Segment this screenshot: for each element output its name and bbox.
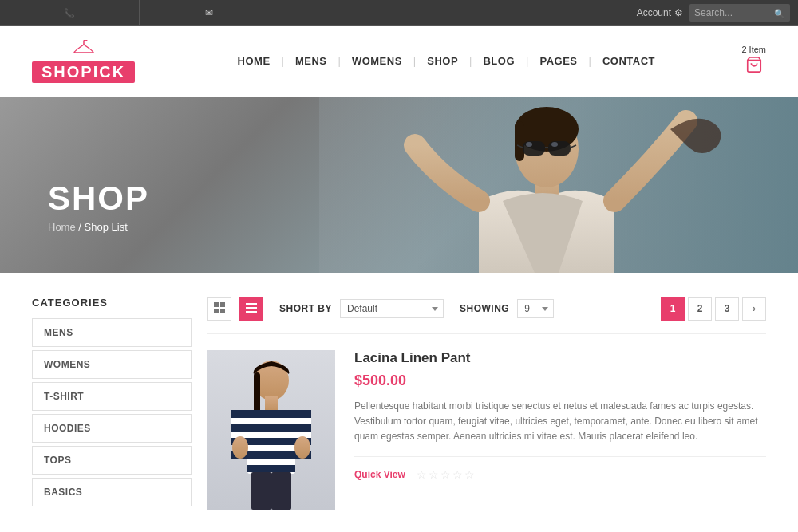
sidebar: CATEGORIES MENS WOMENS T-SHIRT HOODIES T… (32, 297, 192, 526)
product-price: $500.00 (354, 372, 766, 389)
hero-title: SHOP (48, 179, 149, 218)
search-input[interactable] (694, 7, 774, 18)
sort-select[interactable]: Default Price: Low to High Price: High t… (340, 299, 444, 318)
star-4: ☆ (452, 468, 463, 481)
hero-content: SHOP Home / Shop List (48, 179, 149, 233)
shop-content: CATEGORIES MENS WOMENS T-SHIRT HOODIES T… (0, 273, 798, 532)
page-2-button[interactable]: 2 (688, 297, 712, 321)
svg-rect-18 (246, 307, 257, 309)
header: SHOPICK HOME | MENS | WOMENS | SHOP | BL… (0, 26, 798, 97)
sidebar-title: CATEGORIES (32, 297, 192, 309)
hero-banner: SHOP Home / Shop List (0, 97, 798, 273)
svg-rect-31 (231, 410, 249, 418)
main-content: SHORT BY Default Price: Low to High Pric… (207, 297, 766, 526)
nav-contact[interactable]: CONTACT (591, 55, 666, 67)
svg-rect-29 (247, 465, 295, 472)
svg-rect-25 (247, 410, 295, 418)
sidebar-item-tshirt[interactable]: T-SHIRT (32, 382, 192, 411)
product-name: Lacina Linen Pant (354, 350, 766, 366)
nav-home[interactable]: HOME (227, 55, 282, 67)
star-1: ☆ (417, 468, 427, 481)
svg-rect-16 (220, 309, 225, 313)
svg-rect-17 (246, 303, 257, 305)
showing-select[interactable]: 9 18 27 36 (517, 299, 554, 318)
nav-blog[interactable]: BLOG (472, 55, 526, 67)
cart-icon[interactable] (745, 56, 763, 78)
list-view-button[interactable] (239, 297, 263, 321)
top-bar-right: Account (279, 4, 798, 22)
sidebar-item-tops[interactable]: TOPS (32, 446, 192, 475)
cart-count: 2 Item (741, 45, 766, 54)
svg-rect-42 (251, 472, 271, 510)
gear-icon[interactable] (674, 7, 683, 18)
page-3-button[interactable]: 3 (715, 297, 739, 321)
breadcrumb-sep: / (78, 221, 81, 233)
star-5: ☆ (464, 468, 475, 481)
svg-rect-43 (271, 472, 291, 510)
sidebar-item-basics[interactable]: BASICS (32, 478, 192, 506)
hero-breadcrumb: Home / Shop List (48, 221, 149, 233)
main-nav: HOME | MENS | WOMENS | SHOP | BLOG | PAG… (167, 55, 725, 67)
top-bar-left (0, 0, 279, 26)
breadcrumb-home[interactable]: Home (48, 221, 76, 233)
phone-icon (64, 6, 75, 18)
search-bar[interactable] (689, 4, 790, 22)
account-area[interactable]: Account (637, 7, 683, 18)
product-list: Lacina Linen Pant $500.00 Pellentesque h… (207, 333, 766, 526)
filter-bar: SHORT BY Default Price: Low to High Pric… (207, 297, 766, 321)
svg-rect-27 (247, 438, 295, 445)
grid-view-button[interactable] (207, 297, 231, 321)
sidebar-item-womens[interactable]: WOMENS (32, 350, 192, 379)
account-label: Account (637, 7, 671, 18)
svg-point-12 (551, 142, 558, 147)
logo[interactable]: SHOPICK (32, 40, 135, 83)
star-2: ☆ (429, 468, 439, 481)
breadcrumb-current: Shop List (85, 221, 128, 233)
cart-area[interactable]: 2 Item (741, 45, 766, 78)
product-info: Lacina Linen Pant $500.00 Pellentesque h… (354, 350, 766, 510)
quick-view-button[interactable]: Quick View (354, 469, 405, 480)
svg-rect-15 (214, 309, 219, 313)
sort-label: SHORT BY (279, 303, 332, 314)
logo-hanger-icon (73, 40, 95, 61)
svg-rect-26 (247, 424, 295, 432)
nav-shop[interactable]: SHOP (416, 55, 469, 67)
product-item: Lacina Linen Pant $500.00 Pellentesque h… (207, 333, 766, 526)
product-image (207, 350, 335, 510)
list-icon (246, 302, 257, 316)
svg-rect-14 (220, 302, 225, 307)
email-icon (205, 6, 213, 18)
svg-rect-6 (523, 141, 545, 156)
svg-rect-32 (231, 424, 249, 432)
star-3: ☆ (440, 468, 451, 481)
top-bar-phone (0, 0, 140, 26)
hero-figure (319, 97, 798, 273)
top-bar: Account (0, 0, 798, 26)
svg-rect-36 (294, 410, 311, 418)
top-bar-email (140, 0, 279, 26)
svg-point-41 (294, 436, 310, 459)
grid-icon (214, 302, 225, 316)
logo-text: SHOPICK (32, 61, 135, 83)
showing-label: SHOWING (460, 303, 509, 314)
nav-womens[interactable]: WOMENS (341, 55, 413, 67)
svg-rect-19 (246, 311, 257, 313)
pagination-next-button[interactable]: › (742, 297, 766, 321)
svg-point-11 (526, 142, 532, 147)
nav-mens[interactable]: MENS (284, 55, 338, 67)
pagination: 1 2 3 › (661, 297, 766, 321)
search-icon[interactable] (774, 6, 785, 20)
page-1-button[interactable]: 1 (661, 297, 685, 321)
svg-rect-28 (247, 451, 295, 459)
nav-pages[interactable]: PAGES (528, 55, 588, 67)
sidebar-item-hoodies[interactable]: HOODIES (32, 414, 192, 443)
product-footer: Quick View ☆ ☆ ☆ ☆ ☆ (354, 468, 766, 481)
svg-rect-5 (515, 121, 524, 161)
sidebar-item-mens[interactable]: MENS (32, 318, 192, 347)
svg-rect-37 (294, 424, 311, 432)
product-description: Pellentesque habitant morbi tristique se… (354, 399, 766, 457)
star-rating[interactable]: ☆ ☆ ☆ ☆ ☆ (417, 468, 475, 481)
svg-rect-7 (548, 141, 571, 156)
svg-point-40 (232, 436, 248, 459)
svg-rect-13 (214, 302, 219, 307)
